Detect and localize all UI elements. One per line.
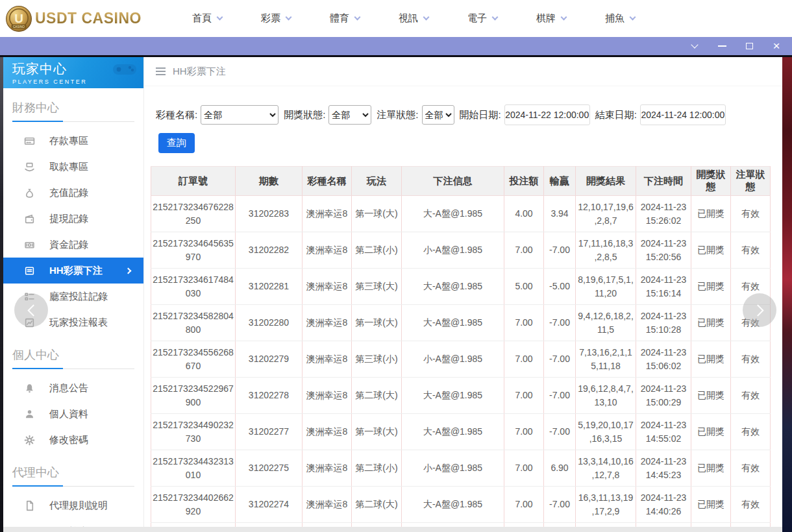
coin-icon: U CASINO	[5, 5, 32, 32]
table-cell: 31202283	[236, 196, 303, 232]
sidebar-item-change-password[interactable]: 修改密碼	[3, 427, 143, 453]
table-row: 215217323440266292031202274澳洲幸运8第二球(大)大-…	[151, 487, 771, 523]
table-cell: 有效	[731, 341, 771, 378]
lottery-name-select[interactable]: 全部	[201, 105, 278, 125]
table-cell: 7.00	[504, 341, 544, 378]
main-menu: 首頁 彩票 體育 視訊 電子 棋牌 捕魚	[173, 0, 654, 37]
sidebar-item-withdrawal-record[interactable]: 提現記錄	[3, 206, 143, 232]
table-cell: 7.00	[504, 305, 544, 341]
lottery-ledger-icon	[24, 265, 35, 276]
table-cell: 第一球(大)	[352, 305, 402, 341]
table-row: 215217323449023273031202277澳洲幸运8第一球(大)大-…	[151, 414, 771, 450]
nav-item-live[interactable]: 視訊	[379, 0, 448, 37]
section-title-agent: 代理中心	[12, 465, 134, 487]
deposit-card-icon	[24, 136, 35, 147]
window-minimize-button[interactable]	[717, 41, 727, 51]
table-cell: 31202278	[236, 378, 303, 414]
table-cell: 大-A盤@1.985	[402, 269, 504, 305]
panel-expand-right-button[interactable]	[743, 293, 776, 327]
sidebar-header: 玩家中心 PLAYERS CENTER	[3, 57, 143, 88]
table-cell	[352, 523, 402, 527]
start-date-label: 開始日期:	[460, 109, 501, 121]
table-cell: 澳洲幸运8	[303, 269, 352, 305]
panel-collapse-left-button[interactable]	[14, 293, 48, 327]
start-date-input[interactable]	[504, 104, 590, 125]
table-cell: 7.00	[504, 487, 544, 523]
personal-menu: 消息公告 個人資料 修改密碼	[3, 375, 143, 453]
table-cell: 6.90	[544, 450, 576, 487]
table-cell: 已開獎	[691, 414, 731, 450]
table-cell: 5.00	[504, 269, 544, 305]
nav-item-lottery[interactable]: 彩票	[241, 0, 310, 37]
window-maximize-button[interactable]	[744, 41, 754, 51]
table-cell: 澳洲幸运8	[303, 232, 352, 269]
sidebar-item-agent-promotion[interactable]: 代理推廣管理	[3, 518, 143, 527]
withdraw-hand-icon	[24, 162, 35, 173]
window-close-button[interactable]: ×	[771, 41, 782, 51]
table-cell: 2024-11-23 14:45:23	[636, 450, 691, 487]
person-icon	[24, 409, 35, 420]
table-cell	[636, 523, 691, 527]
table-cell: 31202275	[236, 450, 303, 487]
table-cell	[303, 523, 352, 527]
menu-toggle-icon[interactable]	[156, 67, 166, 75]
table-cell: 小-A盤@1.985	[402, 232, 504, 269]
table-cell: 7.00	[504, 378, 544, 414]
draw-status-select[interactable]: 全部	[328, 105, 371, 125]
app-window: 玩家中心 PLAYERS CENTER 財務中心 存款專區 取款專區 充值記錄	[3, 57, 782, 527]
nav-item-fishing[interactable]: 捕魚	[586, 0, 654, 37]
table-row: 215217323455626867031202279澳洲幸运8第三球(小)小-…	[151, 341, 771, 378]
column-header: 訂單號	[151, 167, 236, 196]
table-cell: 2152173234522967900	[151, 378, 236, 414]
search-button[interactable]: 查詢	[158, 133, 195, 153]
table-cell: 第三球(小)	[352, 341, 402, 378]
table-cell: -7.00	[544, 414, 576, 450]
table-cell: 7.00	[504, 414, 544, 450]
table-cell: 第三球(大)	[352, 269, 402, 305]
nav-item-slots[interactable]: 電子	[448, 0, 517, 37]
table-cell: 2024-11-23 14:40:26	[636, 487, 691, 523]
table-cell	[544, 523, 576, 527]
chevron-down-icon	[492, 14, 499, 21]
table-cell	[504, 523, 544, 527]
table-cell: 3.94	[544, 196, 576, 232]
nav-item-sports[interactable]: 體育	[310, 0, 379, 37]
table-cell: 2024-11-23 15:00:29	[636, 378, 691, 414]
sidebar-item-withdraw[interactable]: 取款專區	[3, 154, 143, 180]
end-date-label: 結束日期:	[595, 109, 637, 121]
sidebar-item-recharge-record[interactable]: 充值記錄	[3, 180, 143, 206]
sidebar-item-agent-rules[interactable]: 代理規則說明	[3, 492, 143, 518]
brand-logo[interactable]: U CASINO USDT CASINO	[5, 5, 142, 32]
table-cell: 小-A盤@1.985	[402, 450, 504, 487]
bets-table-body: 215217323467622825031202283澳洲幸运8第一球(大)大-…	[151, 196, 771, 527]
chevron-down-icon	[691, 41, 698, 48]
nav-item-boardgames[interactable]: 棋牌	[517, 0, 586, 37]
players-center-subtitle: PLAYERS CENTER	[12, 79, 136, 85]
agent-menu: 代理規則說明 代理推廣管理	[3, 492, 143, 527]
window-dropdown-button[interactable]	[689, 41, 700, 51]
end-date-input[interactable]	[640, 104, 726, 125]
maximize-icon	[746, 43, 753, 49]
nav-item-home[interactable]: 首頁	[173, 0, 241, 37]
table-row: 215217323467622825031202283澳洲幸运8第一球(大)大-…	[151, 196, 771, 232]
table-cell: -7.00	[544, 378, 576, 414]
column-header: 開獎狀態	[691, 167, 731, 196]
table-cell: 有效	[731, 378, 771, 414]
sidebar-item-hh-lottery-bets[interactable]: HH彩票下注	[3, 258, 143, 284]
table-cell: 13,3,14,10,16,12,7,8	[576, 450, 636, 487]
sidebar-item-announcements[interactable]: 消息公告	[3, 375, 143, 401]
order-status-select[interactable]: 全部	[422, 105, 454, 125]
bets-table: 訂單號期數彩種名稱玩法下注信息投注額輸贏開獎結果下注時間開獎狀態注單狀態 215…	[151, 166, 771, 527]
table-row: 215217323452296790031202278澳洲幸运8第二球(大)大-…	[151, 378, 771, 414]
table-cell: 有效	[731, 487, 771, 523]
section-title-finance: 財務中心	[12, 100, 134, 122]
table-row	[151, 523, 771, 527]
sidebar-item-funds-record[interactable]: 資金記錄	[3, 232, 143, 258]
table-cell: 5,19,20,10,17,16,3,15	[576, 414, 636, 450]
sidebar-item-profile[interactable]: 個人資料	[3, 401, 143, 427]
table-cell: 31202280	[236, 305, 303, 341]
table-cell	[576, 523, 636, 527]
top-navbar: U CASINO USDT CASINO 首頁 彩票 體育 視訊 電子 棋牌 捕…	[0, 0, 792, 37]
table-row: 215217323443231301031202275澳洲幸运8第二球(小)小-…	[151, 450, 771, 487]
sidebar-item-deposit[interactable]: 存款專區	[3, 128, 143, 154]
